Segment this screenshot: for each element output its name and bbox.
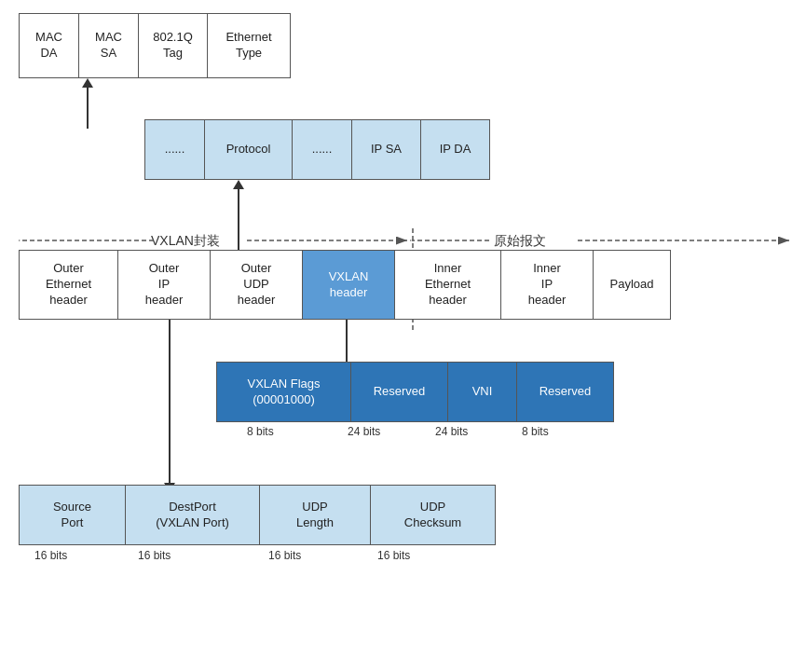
inner-ethernet-box: Inner Ethernet header [394, 250, 501, 320]
ip-protocol-label: Protocol [226, 142, 271, 158]
vni-box: VNI [447, 362, 517, 422]
arrow-line-1 [87, 88, 89, 129]
original-left-arrow [410, 231, 489, 250]
inner-ip-label: Inner IP header [528, 261, 566, 309]
dest-port-bits: 16 bits [138, 549, 171, 562]
arrow-line-3 [346, 320, 348, 362]
vxlan-encap-text: VXLAN封装 [151, 233, 220, 248]
udp-checksum-bits: 16 bits [377, 549, 410, 562]
dot1q-label: 802.1Q Tag [153, 30, 193, 62]
udp-length-box: UDP Length [259, 485, 371, 545]
arrow-line-2 [238, 189, 239, 254]
vxlan-left-arrow [19, 231, 154, 250]
inner-ip-box: Inner IP header [500, 250, 594, 320]
ip-dots2-box: ...... [292, 119, 352, 180]
vxlan-reserved2-label: Reserved [540, 384, 592, 400]
vxlan-reserved1-bits: 24 bits [348, 425, 380, 438]
arrow-ip-up [233, 180, 244, 254]
row1-mac-ethernet: MAC DA MAC SA 802.1Q Tag Ethernet Type [19, 13, 291, 78]
outer-ethernet-label: Outer Ethernet header [46, 261, 91, 309]
ip-dots1-label: ...... [165, 142, 185, 158]
vxlan-right-arrow [247, 231, 410, 250]
payload-label: Payload [610, 277, 654, 293]
vni-bits: 24 bits [435, 425, 468, 438]
arrowhead-up-1 [82, 78, 93, 88]
row2-ip: ...... Protocol ...... IP SA IP DA [144, 119, 490, 180]
outer-udp-box: Outer UDP header [210, 250, 303, 320]
outer-ip-box: Outer IP header [117, 250, 211, 320]
source-port-label: Source Port [53, 500, 91, 531]
source-port-box: Source Port [19, 485, 126, 545]
arrow-udp-down [164, 320, 175, 492]
udp-checksum-box: UDP Checksum [370, 485, 496, 545]
mac-sa-label: MAC SA [95, 30, 122, 62]
mac-sa-box: MAC SA [78, 13, 139, 78]
vxlan-header-box: VXLAN header [302, 250, 395, 320]
ip-dots1-box: ...... [144, 119, 205, 180]
source-port-bits: 16 bits [34, 549, 67, 562]
dest-port-box: DestPort (VXLAN Port) [125, 485, 260, 545]
original-label: 原始报文 [494, 233, 546, 250]
vxlan-flags-label: VXLAN Flags (00001000) [247, 377, 320, 408]
payload-box: Payload [593, 250, 671, 320]
ip-dots2-label: ...... [312, 142, 333, 158]
arrowhead-up-2 [233, 180, 244, 189]
outer-ip-label: Outer IP header [145, 261, 183, 309]
ip-da-label: IP DA [440, 142, 471, 158]
original-packet-text: 原始报文 [494, 233, 546, 248]
dot1q-tag-box: 802.1Q Tag [138, 13, 208, 78]
udp-length-label: UDP Length [296, 500, 334, 531]
inner-ethernet-label: Inner Ethernet header [425, 261, 471, 309]
vni-label: VNI [472, 384, 493, 400]
ethernet-type-box: Ethernet Type [207, 13, 291, 78]
diagram-container: MAC DA MAC SA 802.1Q Tag Ethernet Type .… [0, 0, 806, 672]
arrow-line-4 [169, 320, 171, 483]
mac-da-box: MAC DA [19, 13, 79, 78]
ethernet-type-label: Ethernet Type [225, 30, 271, 62]
row3-encap: Outer Ethernet header Outer IP header Ou… [19, 250, 671, 320]
vxlan-flags-box: VXLAN Flags (00001000) [216, 362, 351, 422]
vxlan-reserved1-label: Reserved [374, 384, 426, 400]
vxlan-header-label: VXLAN header [329, 269, 369, 301]
vxlan-label: VXLAN封装 [151, 233, 220, 250]
vxlan-reserved2-bits: 8 bits [522, 425, 549, 438]
row4-vxlan-detail: VXLAN Flags (00001000) Reserved VNI Rese… [216, 362, 614, 422]
outer-ethernet-box: Outer Ethernet header [19, 250, 118, 320]
vxlan-reserved1-box: Reserved [350, 362, 448, 422]
ip-sa-box: IP SA [351, 119, 421, 180]
arrow-mac-to-ip [82, 78, 93, 129]
ip-sa-label: IP SA [371, 142, 402, 158]
row5-udp-detail: Source Port DestPort (VXLAN Port) UDP Le… [19, 485, 496, 545]
vxlan-flags-bits: 8 bits [247, 425, 274, 438]
dest-port-label: DestPort (VXLAN Port) [156, 500, 229, 531]
original-right-arrow [578, 231, 792, 250]
vxlan-reserved2-box: Reserved [516, 362, 614, 422]
outer-udp-label: Outer UDP header [238, 261, 275, 309]
ip-protocol-box: Protocol [204, 119, 293, 180]
udp-checksum-label: UDP Checksum [404, 500, 461, 531]
mac-da-label: MAC DA [35, 30, 62, 62]
ip-da-box: IP DA [420, 119, 490, 180]
udp-length-bits: 16 bits [268, 549, 301, 562]
